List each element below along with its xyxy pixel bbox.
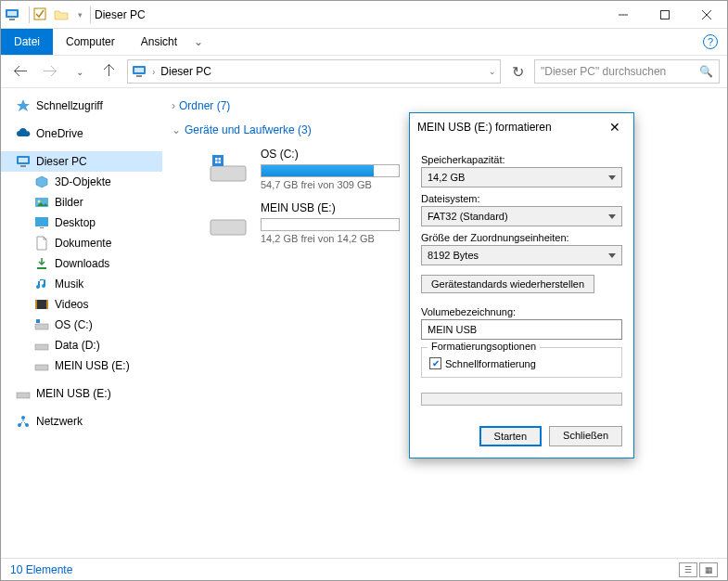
sidebar-quickaccess[interactable]: Schnellzugriff	[1, 96, 162, 116]
download-icon	[34, 256, 49, 271]
maximize-button[interactable]	[644, 2, 685, 28]
start-button[interactable]: Starten	[479, 426, 542, 446]
svg-rect-32	[215, 158, 218, 161]
sidebar-item-label: Schnellzugriff	[36, 99, 103, 112]
close-dialog-button[interactable]: Schließen	[549, 426, 622, 446]
svg-rect-19	[35, 300, 48, 309]
svg-rect-16	[35, 217, 48, 226]
svg-rect-33	[219, 158, 222, 161]
sidebar-onedrive[interactable]: OneDrive	[1, 123, 162, 144]
search-box[interactable]: "Dieser PC" durchsuchen 🔍	[534, 59, 720, 84]
svg-rect-24	[35, 344, 48, 350]
drive-name: OS (C:)	[261, 148, 418, 161]
address-dropdown-icon[interactable]: ⌄	[489, 67, 496, 76]
dialog-close-button[interactable]: ✕	[604, 118, 626, 136]
restore-defaults-button[interactable]: Gerätestandards wiederherstellen	[421, 275, 594, 293]
usb-drive-icon	[16, 386, 31, 401]
sidebar-thispc[interactable]: Dieser PC	[1, 151, 162, 172]
sidebar-3dobjects[interactable]: 3D-Objekte	[1, 172, 162, 192]
desktop-icon	[34, 215, 49, 230]
sidebar-item-label: 3D-Objekte	[55, 175, 111, 188]
usb-drive-icon	[34, 358, 49, 373]
status-bar: 10 Elemente ☰ ▦	[1, 558, 727, 580]
quick-format-checkbox[interactable]: ✔ Schnellformatierung	[429, 357, 614, 369]
svg-rect-35	[219, 161, 222, 164]
sidebar-item-label: Data (D:)	[55, 339, 100, 352]
ribbon-bar: Datei Computer Ansicht ⌄ ?	[1, 29, 727, 55]
sidebar-item-label: Dokumente	[55, 237, 111, 250]
svg-rect-10	[136, 75, 142, 77]
filesystem-select[interactable]: FAT32 (Standard)	[421, 206, 622, 226]
sidebar-documents[interactable]: Dokumente	[1, 233, 162, 253]
refresh-button[interactable]: ↻	[506, 63, 529, 81]
sidebar-item-label: Bilder	[55, 196, 83, 209]
drive-icon	[34, 338, 49, 353]
tab-computer[interactable]: Computer	[53, 29, 128, 55]
format-options-group: Formatierungsoptionen ✔ Schnellformatier…	[421, 347, 622, 378]
sidebar-pictures[interactable]: Bilder	[1, 192, 162, 213]
checkbox-icon: ✔	[429, 357, 441, 369]
checkbox-label: Schnellformatierung	[445, 358, 536, 369]
help-icon[interactable]: ?	[703, 34, 718, 49]
sidebar-drive-osc[interactable]: OS (C:)	[1, 315, 162, 335]
folder-qa-icon[interactable]	[54, 7, 69, 22]
back-button[interactable]: 🡠	[8, 59, 32, 84]
pc-icon	[132, 64, 147, 79]
allocation-label: Größe der Zuordnungseinheiten:	[421, 232, 622, 243]
window-title: Dieser PC	[95, 8, 146, 21]
group-label: Geräte und Laufwerke (3)	[185, 123, 312, 136]
format-options-label: Formatierungsoptionen	[428, 341, 540, 352]
svg-rect-30	[211, 166, 246, 181]
chevron-right-icon: ›	[172, 99, 175, 112]
qa-dropdown-icon[interactable]: ▾	[74, 10, 86, 19]
svg-point-27	[21, 416, 25, 420]
sidebar-desktop[interactable]: Desktop	[1, 213, 162, 233]
svg-rect-25	[35, 365, 48, 370]
chevron-right-icon[interactable]: ›	[152, 67, 155, 77]
close-button[interactable]	[685, 2, 727, 28]
drive-icon	[209, 153, 248, 185]
checkbox-qa-icon[interactable]	[33, 7, 48, 22]
svg-rect-21	[46, 300, 48, 309]
sidebar-item-label: Musik	[55, 278, 83, 290]
picture-icon	[34, 195, 49, 210]
sidebar-drive-data[interactable]: Data (D:)	[1, 335, 162, 355]
sidebar-music[interactable]: Musik	[1, 274, 162, 294]
svg-rect-36	[211, 220, 246, 235]
forward-button[interactable]: 🡢	[38, 59, 62, 84]
document-icon	[34, 236, 49, 251]
sidebar-videos[interactable]: Videos	[1, 294, 162, 315]
svg-rect-9	[134, 68, 144, 72]
tab-file[interactable]: Datei	[1, 29, 53, 55]
select-value: FAT32 (Standard)	[428, 211, 508, 222]
status-text: 10 Elemente	[10, 563, 72, 576]
video-icon	[34, 297, 49, 312]
tab-view[interactable]: Ansicht	[128, 29, 190, 55]
search-placeholder: "Dieser PC" durchsuchen	[541, 65, 666, 78]
up-button[interactable]: 🡡	[97, 59, 121, 84]
separator	[29, 6, 30, 23]
view-details-button[interactable]: ☰	[679, 562, 697, 577]
address-bar[interactable]: › Dieser PC ⌄	[127, 59, 501, 84]
recent-dropdown[interactable]: ⌄	[68, 59, 92, 84]
drive-free-text: 14,2 GB frei von 14,2 GB	[261, 233, 418, 244]
capacity-select[interactable]: 14,2 GB	[421, 167, 622, 187]
sidebar-network[interactable]: Netzwerk	[1, 411, 162, 432]
view-icons-button[interactable]: ▦	[699, 562, 718, 577]
chevron-down-icon: ⌄	[172, 123, 181, 136]
select-value: 8192 Bytes	[428, 250, 479, 261]
drive-free-text: 54,7 GB frei von 309 GB	[261, 179, 418, 190]
allocation-select[interactable]: 8192 Bytes	[421, 245, 622, 265]
star-icon	[16, 98, 31, 113]
minimize-button[interactable]	[602, 2, 644, 28]
sidebar-drive-usb-nested[interactable]: MEIN USB (E:)	[1, 355, 162, 376]
ribbon-expand-icon[interactable]: ⌄	[190, 32, 207, 52]
volume-input[interactable]	[421, 319, 622, 340]
filesystem-label: Dateisystem:	[421, 193, 622, 204]
drive-icon	[34, 317, 49, 332]
svg-rect-2	[9, 19, 15, 20]
sidebar-downloads[interactable]: Downloads	[1, 253, 162, 274]
network-icon	[16, 414, 31, 429]
nav-bar: 🡠 🡢 ⌄ 🡡 › Dieser PC ⌄ ↻ "Dieser PC" durc…	[1, 55, 727, 88]
sidebar-drive-usb[interactable]: MEIN USB (E:)	[1, 383, 162, 404]
